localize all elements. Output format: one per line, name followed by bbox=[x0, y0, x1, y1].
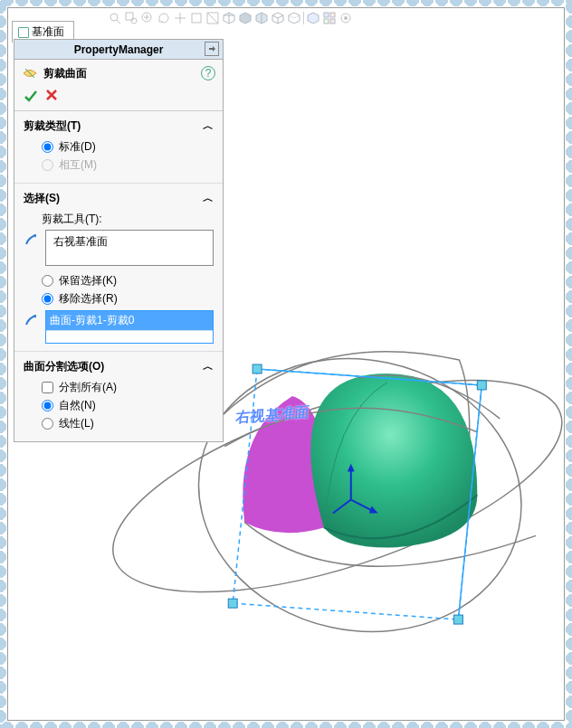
help-icon[interactable]: ? bbox=[201, 66, 215, 80]
section-split-options: 曲面分割选项(O) ︿ 分割所有(A) 自然(N) 线性(L) bbox=[14, 352, 223, 441]
dome-body[interactable] bbox=[310, 373, 477, 548]
list-item[interactable]: 曲面-剪裁1-剪裁0 bbox=[46, 311, 213, 330]
radio-keep-label: 保留选择(K) bbox=[59, 273, 117, 288]
section-title: 选择(S) bbox=[24, 191, 60, 206]
radio-standard[interactable]: 标准(D) bbox=[42, 139, 214, 155]
chevron-up-icon[interactable]: ︿ bbox=[203, 118, 214, 134]
target-listbox[interactable]: 曲面-剪裁1-剪裁0 bbox=[45, 310, 214, 344]
radio-natural-input[interactable] bbox=[42, 400, 53, 411]
radio-natural-label: 自然(N) bbox=[59, 398, 96, 413]
pin-icon[interactable] bbox=[205, 42, 219, 56]
feature-title: 剪裁曲面 bbox=[43, 66, 195, 81]
svg-rect-27 bbox=[253, 364, 262, 373]
radio-mutual-label: 相互(M) bbox=[59, 157, 97, 173]
svg-rect-29 bbox=[453, 615, 462, 624]
selection-arrow-icon bbox=[24, 312, 40, 328]
radio-mutual-input bbox=[42, 159, 53, 171]
radio-remove[interactable]: 移除选择(R) bbox=[42, 291, 214, 307]
trim-tool-label: 剪裁工具(T): bbox=[42, 212, 214, 227]
radio-remove-label: 移除选择(R) bbox=[59, 291, 118, 307]
list-item[interactable]: 右视基准面 bbox=[50, 232, 209, 251]
radio-linear-label: 线性(L) bbox=[59, 416, 94, 431]
radio-keep[interactable]: 保留选择(K) bbox=[42, 273, 214, 288]
check-split-all[interactable]: 分割所有(A) bbox=[42, 380, 214, 395]
tab-label: 基准面 bbox=[32, 24, 64, 40]
svg-rect-28 bbox=[477, 381, 486, 390]
radio-keep-input[interactable] bbox=[42, 275, 53, 287]
radio-linear-input[interactable] bbox=[42, 418, 53, 430]
pm-header: PropertyManager bbox=[14, 40, 223, 60]
svg-rect-30 bbox=[228, 599, 237, 608]
section-title: 剪裁类型(T) bbox=[24, 118, 81, 134]
property-manager-panel: PropertyManager 剪裁曲面 ? 剪裁类型(T) ︿ 标准(D) bbox=[14, 39, 224, 442]
chevron-up-icon[interactable]: ︿ bbox=[203, 359, 214, 374]
plane-tab-icon bbox=[18, 27, 29, 38]
trim-surface-icon bbox=[22, 65, 38, 81]
section-title: 曲面分割选项(O) bbox=[24, 359, 104, 374]
cancel-button[interactable] bbox=[45, 89, 58, 101]
pm-header-label: PropertyManager bbox=[74, 43, 164, 56]
trim-tool-listbox[interactable]: 右视基准面 bbox=[45, 230, 214, 266]
check-split-all-input[interactable] bbox=[42, 382, 53, 393]
section-selection: 选择(S) ︿ 剪裁工具(T): 右视基准面 保留选择(K) 移除选择(R) bbox=[14, 184, 223, 352]
section-trim-type: 剪裁类型(T) ︿ 标准(D) 相互(M) bbox=[14, 111, 223, 184]
radio-linear[interactable]: 线性(L) bbox=[42, 416, 214, 431]
selection-arrow-icon bbox=[24, 232, 40, 248]
radio-remove-input[interactable] bbox=[42, 293, 53, 305]
check-split-all-label: 分割所有(A) bbox=[59, 380, 117, 395]
radio-natural[interactable]: 自然(N) bbox=[42, 398, 214, 413]
ok-button[interactable] bbox=[24, 89, 38, 103]
radio-standard-label: 标准(D) bbox=[59, 139, 96, 155]
chevron-up-icon[interactable]: ︿ bbox=[203, 191, 214, 206]
radio-mutual: 相互(M) bbox=[42, 157, 214, 173]
radio-standard-input[interactable] bbox=[42, 141, 53, 153]
